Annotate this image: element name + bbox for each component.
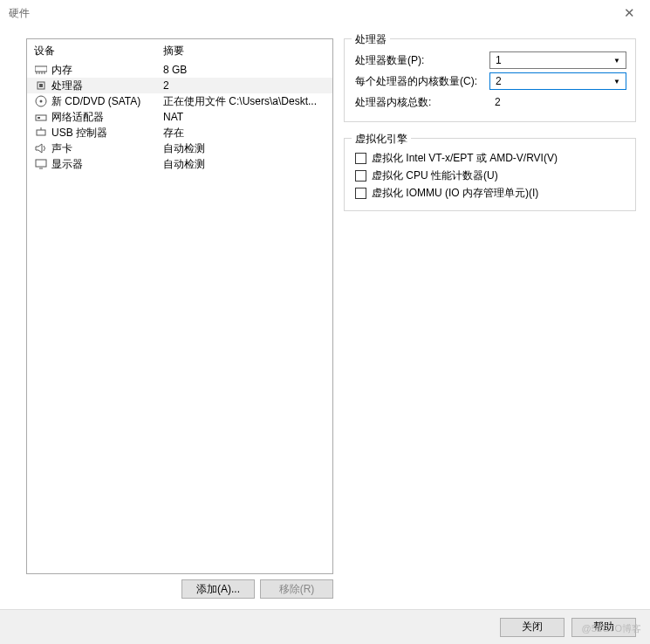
svg-point-8 [40,100,43,103]
device-row[interactable]: 网络适配器NAT [27,109,332,125]
device-row[interactable]: 内存8 GB [27,62,332,78]
device-summary: NAT [163,111,325,123]
device-summary: 正在使用文件 C:\Users\a\Deskt... [163,94,325,109]
processor-group-legend: 处理器 [352,32,390,47]
chevron-down-icon: ▼ [610,53,624,67]
device-name: 显示器 [51,157,163,172]
device-list-buttons: 添加(A)... 移除(R) [26,579,333,599]
device-name: USB 控制器 [51,126,163,140]
dialog-footer: 关闭 帮助 [0,609,650,644]
device-summary: 2 [163,79,325,92]
device-summary: 自动检测 [163,157,325,172]
checkbox-icon [355,153,366,164]
device-name: 新 CD/DVD (SATA) [51,94,163,109]
device-row[interactable]: 显示器自动检测 [27,156,332,172]
cores-per-processor-value: 2 [496,75,502,87]
sound-icon [34,142,48,154]
titlebar: 硬件 ✕ [0,0,650,26]
svg-marker-13 [36,144,42,153]
window-title: 硬件 [9,6,612,21]
device-row[interactable]: 处理器2 [27,78,332,93]
add-device-button[interactable]: 添加(A)... [181,579,255,599]
processor-count-select[interactable]: 1 ▼ [489,51,626,69]
svg-rect-9 [36,115,46,120]
svg-rect-14 [36,160,46,167]
memory-icon [34,64,48,76]
usb-icon [34,127,48,139]
device-summary: 自动检测 [163,141,325,156]
virtualization-option-label: 虚拟化 CPU 性能计数器(U) [372,168,498,183]
hardware-settings-dialog: 硬件 ✕ 设备 摘要 内存8 GB处理器2新 CD/DVD (SATA)正在使用… [0,0,650,644]
virtualization-option[interactable]: 虚拟化 CPU 性能计数器(U) [355,167,626,184]
device-name: 网络适配器 [51,110,163,125]
svg-rect-6 [39,84,43,87]
cores-per-processor-label: 每个处理器的内核数量(C): [355,74,486,89]
virtualization-group: 虚拟化引擎 虚拟化 Intel VT-x/EPT 或 AMD-V/RVI(V)虚… [344,138,636,211]
svg-rect-11 [37,130,45,135]
device-name: 声卡 [51,141,163,156]
svg-rect-10 [38,117,40,119]
column-header-summary: 摘要 [163,44,325,58]
svg-rect-0 [35,66,47,72]
dialog-body: 设备 摘要 内存8 GB处理器2新 CD/DVD (SATA)正在使用文件 C:… [0,26,650,609]
network-icon [34,111,48,123]
column-header-device: 设备 [34,44,163,58]
checkbox-icon [355,170,366,182]
device-list-header: 设备 摘要 [27,39,332,62]
total-cores-label: 处理器内核总数: [355,95,486,110]
device-row[interactable]: 声卡自动检测 [27,140,332,156]
processor-count-label: 处理器数量(P): [355,53,486,68]
device-row[interactable]: USB 控制器存在 [27,125,332,140]
virtualization-option-label: 虚拟化 Intel VT-x/EPT 或 AMD-V/RVI(V) [372,151,558,166]
cpu-icon [34,79,48,92]
chevron-down-icon: ▼ [610,74,624,88]
device-panel: 设备 摘要 内存8 GB处理器2新 CD/DVD (SATA)正在使用文件 C:… [26,38,333,599]
virtualization-option-label: 虚拟化 IOMMU (IO 内存管理单元)(I) [372,186,538,201]
close-icon: ✕ [624,5,635,21]
device-name: 内存 [51,63,163,78]
help-button[interactable]: 帮助 [571,618,636,637]
processor-group: 处理器 处理器数量(P): 1 ▼ 每个处理器的内核数量(C): 2 ▼ [344,38,636,122]
close-button[interactable]: 关闭 [500,618,564,637]
window-close-button[interactable]: ✕ [612,1,647,25]
virtualization-option[interactable]: 虚拟化 IOMMU (IO 内存管理单元)(I) [355,184,626,202]
processor-count-value: 1 [496,54,502,66]
virtualization-group-legend: 虚拟化引擎 [352,132,411,147]
device-list[interactable]: 设备 摘要 内存8 GB处理器2新 CD/DVD (SATA)正在使用文件 C:… [26,38,333,574]
virtualization-option[interactable]: 虚拟化 Intel VT-x/EPT 或 AMD-V/RVI(V) [355,149,626,167]
device-name: 处理器 [51,79,163,93]
device-summary: 存在 [163,126,325,140]
remove-device-button[interactable]: 移除(R) [260,579,333,599]
cores-per-processor-select[interactable]: 2 ▼ [489,72,626,90]
settings-panel: 处理器 处理器数量(P): 1 ▼ 每个处理器的内核数量(C): 2 ▼ [344,38,636,599]
checkbox-icon [355,188,366,199]
display-icon [34,158,48,170]
cd-icon [34,95,48,107]
total-cores-value: 2 [489,96,501,108]
device-summary: 8 GB [163,64,325,76]
device-row[interactable]: 新 CD/DVD (SATA)正在使用文件 C:\Users\a\Deskt..… [27,93,332,109]
